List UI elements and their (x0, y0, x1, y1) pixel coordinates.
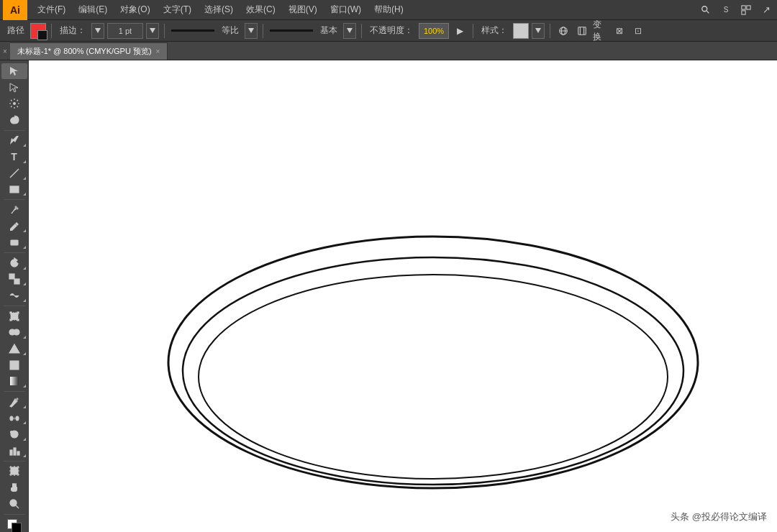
tool-sep-6 (4, 461, 25, 462)
workspace-icon[interactable]: S (718, 2, 734, 18)
svg-point-0 (702, 6, 707, 11)
svg-rect-38 (17, 312, 19, 313)
menu-object[interactable]: 对象(O) (114, 1, 155, 18)
perspective-tool[interactable] (1, 341, 27, 357)
pen-tool[interactable] (1, 133, 27, 149)
tool-sep-1 (4, 130, 25, 131)
control-bar: 路径 描边： 等比 基本 不透明度： ▶ 样式： (0, 20, 777, 42)
separator-4 (361, 24, 362, 38)
globe-icon[interactable] (555, 23, 571, 39)
svg-rect-3 (747, 5, 750, 9)
color-swatch-area[interactable] (1, 516, 27, 532)
toolbar: T (0, 60, 29, 532)
canvas-svg (29, 60, 777, 532)
paintbrush-tool[interactable] (1, 202, 27, 218)
stroke-unit-dropdown[interactable] (146, 23, 159, 39)
gradient-tool[interactable] (1, 374, 27, 390)
transform-icon-3[interactable]: ⊠ (612, 23, 627, 39)
transform-icon-1[interactable] (574, 23, 590, 39)
hand-tool[interactable] (1, 480, 27, 495)
free-transform-tool[interactable] (1, 308, 27, 324)
stroke-value-input[interactable] (107, 23, 143, 39)
tab-bar: × 未标题-1* @ 800% (CMYK/GPU 预览) × (0, 42, 777, 60)
menu-help[interactable]: 帮助(H) (368, 1, 409, 18)
transform-icon-4[interactable]: ⊡ (630, 23, 646, 39)
basic-label: 基本 (317, 24, 340, 37)
opacity-label: 不透明度： (367, 24, 416, 37)
menu-view[interactable]: 视图(V) (283, 1, 323, 18)
svg-point-26 (13, 102, 16, 105)
svg-rect-58 (17, 451, 19, 455)
separator-3 (263, 24, 263, 38)
svg-rect-4 (742, 10, 745, 14)
svg-marker-43 (9, 344, 19, 353)
menu-select[interactable]: 选择(S) (199, 1, 239, 18)
svg-point-51 (16, 416, 19, 421)
eyedropper-tool[interactable] (1, 394, 27, 410)
ellipse-middle[interactable] (183, 257, 683, 485)
lasso-tool[interactable] (1, 112, 27, 128)
tab-label: 未标题-1* @ 800% (CMYK/GPU 预览) (17, 46, 152, 57)
menu-items: 文件(F) 编辑(E) 对象(O) 文字(T) 选择(S) 效果(C) 视图(V… (32, 1, 409, 18)
ellipse-inner[interactable] (199, 275, 668, 479)
tab-area-close[interactable]: × (0, 42, 10, 60)
pencil-tool[interactable] (1, 219, 27, 234)
svg-marker-7 (248, 28, 254, 33)
svg-marker-16 (10, 67, 18, 75)
opacity-input[interactable] (419, 23, 449, 39)
menu-type[interactable]: 文字(T) (158, 1, 197, 18)
basic-dropdown[interactable] (343, 23, 356, 39)
equal-ratio-dropdown[interactable] (245, 23, 258, 39)
scale-tool[interactable] (1, 272, 27, 288)
type-tool[interactable]: T (1, 149, 27, 165)
stroke-dropdown[interactable] (91, 23, 104, 39)
menu-right: S ↗ (698, 2, 774, 18)
search-icon[interactable] (698, 2, 714, 18)
blend-tool[interactable] (1, 411, 27, 426)
arrange-icon[interactable] (738, 2, 754, 18)
menu-window[interactable]: 窗口(W) (324, 1, 367, 18)
svg-rect-37 (10, 312, 12, 313)
svg-rect-13 (578, 27, 586, 35)
svg-line-24 (17, 100, 18, 101)
rotate-tool[interactable] (1, 255, 27, 271)
tab-close-button[interactable]: × (156, 47, 160, 55)
svg-marker-32 (14, 258, 17, 262)
menu-edit[interactable]: 编辑(E) (73, 1, 113, 18)
chart-tool[interactable] (1, 443, 27, 459)
magic-wand-tool[interactable] (1, 96, 27, 111)
menu-effect[interactable]: 效果(C) (240, 1, 281, 18)
direct-selection-tool[interactable] (1, 80, 27, 96)
svg-rect-56 (10, 450, 12, 455)
symbol-tool[interactable] (1, 426, 27, 442)
canvas-area: 头条 @投必得论文编译 (29, 60, 777, 532)
opacity-toggle[interactable]: ▶ (452, 23, 468, 39)
stroke-color-fill[interactable] (30, 23, 46, 39)
arrow-icon[interactable]: ↗ (758, 2, 774, 18)
line-style-preview-2 (270, 29, 313, 32)
svg-rect-39 (10, 319, 12, 321)
transform-icon-2[interactable]: 变换 (593, 23, 609, 39)
warp-tool[interactable] (1, 288, 27, 303)
shape-tool[interactable] (1, 182, 27, 198)
mesh-tool[interactable] (1, 357, 27, 373)
separator-1 (51, 24, 52, 38)
svg-rect-57 (14, 448, 16, 455)
zoom-tool[interactable] (1, 496, 27, 512)
style-dropdown[interactable] (532, 23, 545, 39)
shape-builder-tool[interactable] (1, 324, 27, 340)
artboard-tool[interactable] (1, 464, 27, 480)
svg-rect-48 (10, 377, 19, 385)
svg-line-27 (10, 169, 19, 178)
path-label: 路径 (4, 24, 27, 37)
menu-file[interactable]: 文件(F) (32, 1, 71, 18)
svg-marker-8 (347, 28, 353, 33)
selection-tool[interactable] (1, 63, 27, 79)
style-label: 样式： (478, 24, 510, 37)
line-tool[interactable] (1, 165, 27, 181)
tab-document[interactable]: 未标题-1* @ 800% (CMYK/GPU 预览) × (10, 42, 168, 60)
style-swatch[interactable] (513, 23, 529, 39)
eraser-tool[interactable] (1, 234, 27, 250)
svg-line-22 (11, 100, 12, 101)
svg-rect-2 (742, 5, 745, 9)
